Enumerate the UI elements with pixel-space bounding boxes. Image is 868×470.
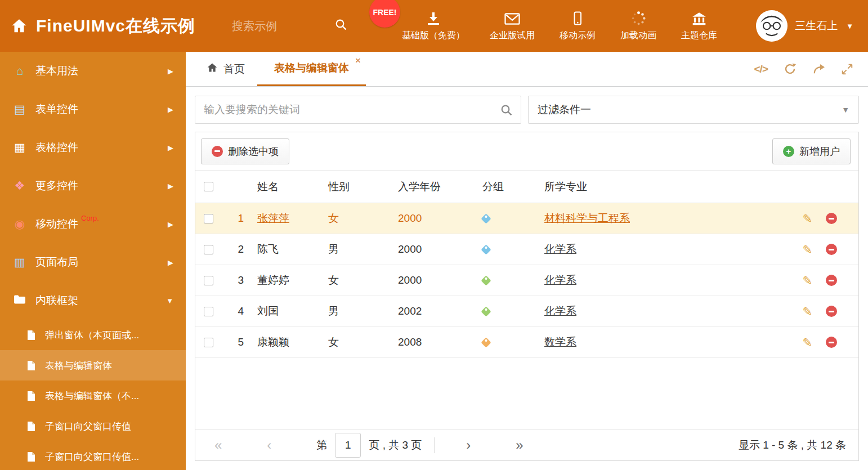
filter-dropdown-value: 过滤条件一: [538, 102, 591, 117]
gender-cell: 男: [323, 242, 392, 257]
app-window: FineUIMvc在线示例 搜索示例 FREE! 基础版（免费） 企业版试用: [0, 0, 868, 470]
sidebar-subitem-child-to-parent[interactable]: 子窗口向父窗口传值: [0, 411, 186, 441]
sidebar-subitem-grid-edit-window-2[interactable]: 表格与编辑窗体（不...: [0, 381, 186, 411]
mobile-icon: ◉: [11, 217, 28, 231]
row-checkbox[interactable]: [204, 214, 213, 223]
student-name: 刘国: [250, 304, 323, 319]
row-number: 2: [221, 243, 250, 256]
row-checkbox[interactable]: [204, 338, 213, 347]
nav-basic-free[interactable]: FREE! 基础版（免费）: [402, 10, 465, 42]
major-link[interactable]: 化学系: [544, 243, 576, 255]
row-number: 4: [221, 305, 250, 317]
sidebar-item-basic-usage[interactable]: ⌂ 基本用法 ▶: [0, 52, 186, 90]
edit-icon[interactable]: ✎: [802, 275, 812, 287]
major-link[interactable]: 数学系: [544, 336, 576, 348]
sidebar-item-more-controls[interactable]: ❖ 更多控件 ▶: [0, 167, 186, 205]
tag-icon: [481, 244, 491, 254]
fullscreen-icon[interactable]: [841, 63, 853, 75]
chevron-right-icon: ▶: [168, 182, 173, 190]
header-nav: FREE! 基础版（免费） 企业版试用 移动示例: [402, 10, 717, 42]
close-icon[interactable]: ×: [355, 56, 361, 65]
table-row[interactable]: 1 张萍萍 女 2000 材料科学与工程系 ✎: [195, 203, 858, 234]
brand[interactable]: FineUIMvc在线示例: [0, 15, 232, 38]
delete-icon[interactable]: [826, 337, 837, 348]
delete-icon[interactable]: [826, 306, 837, 317]
major-link[interactable]: 化学系: [544, 305, 576, 317]
pagination-bar: « ‹ 第 页 , 共 3 页 › » 显示 1 - 5 条 , 共 12 条: [195, 429, 858, 460]
nav-mobile-demo[interactable]: 移动示例: [560, 10, 596, 42]
col-header-name[interactable]: 姓名: [250, 180, 323, 194]
row-checkbox[interactable]: [204, 307, 213, 316]
edit-icon[interactable]: ✎: [802, 244, 812, 256]
edit-icon[interactable]: ✎: [802, 213, 812, 225]
plus-circle-icon: +: [783, 146, 794, 157]
col-header-group[interactable]: 分组: [471, 180, 534, 194]
keyword-search-input[interactable]: [195, 96, 521, 123]
col-header-year[interactable]: 入学年份: [392, 180, 471, 194]
sidebar-item-inline-frame[interactable]: 内联框架 ▼: [0, 281, 186, 320]
chevron-right-icon: ▶: [168, 258, 173, 267]
table-row[interactable]: 4 刘国 男 2002 化学系 ✎: [195, 296, 858, 327]
sidebar-item-page-layout[interactable]: ▥ 页面布局 ▶: [0, 243, 186, 281]
search-icon[interactable]: [500, 104, 513, 119]
header-search-placeholder: 搜索示例: [232, 19, 277, 34]
col-header-gender[interactable]: 性别: [323, 180, 392, 194]
page-number-input[interactable]: [335, 433, 361, 458]
chevron-down-icon: ▼: [846, 22, 853, 30]
tab-grid-edit-window[interactable]: 表格与编辑窗体 ×: [257, 52, 366, 86]
delete-selected-button[interactable]: 删除选中项: [201, 138, 289, 164]
delete-icon[interactable]: [826, 244, 837, 255]
add-user-button[interactable]: + 新增用户: [772, 138, 851, 164]
year-cell: 2008: [392, 336, 471, 348]
nav-theme-store[interactable]: 主题仓库: [681, 10, 717, 42]
prev-page-icon[interactable]: ‹: [267, 438, 271, 452]
sidebar-item-mobile-controls[interactable]: ◉ 移动控件 Corp. ▶: [0, 205, 186, 243]
row-checkbox[interactable]: [204, 276, 213, 285]
source-code-icon[interactable]: </>: [754, 63, 768, 75]
delete-icon[interactable]: [826, 275, 837, 286]
nav-label: 企业版试用: [490, 30, 535, 42]
delete-icon[interactable]: [826, 213, 837, 224]
row-checkbox[interactable]: [204, 245, 213, 254]
tab-home[interactable]: 首页: [194, 52, 257, 86]
table-row[interactable]: 5 康颖颖 女 2008 数学系 ✎: [195, 327, 858, 358]
row-number: 5: [221, 336, 250, 348]
tag-icon: [481, 213, 491, 223]
refresh-icon[interactable]: [784, 62, 797, 75]
top-header: FineUIMvc在线示例 搜索示例 FREE! 基础版（免费） 企业版试用: [0, 0, 868, 52]
tag-icon: [481, 306, 491, 316]
avatar: [756, 10, 788, 42]
student-name-link[interactable]: 张萍萍: [257, 212, 289, 224]
sidebar-subitem-child-to-parent-2[interactable]: 子窗口向父窗口传值...: [0, 441, 186, 470]
edit-icon[interactable]: ✎: [802, 306, 812, 317]
header-search[interactable]: 搜索示例: [232, 18, 348, 34]
home-icon: [10, 17, 28, 34]
sidebar-subitem-popup-window[interactable]: 弹出窗体（本页面或...: [0, 320, 186, 350]
student-name: 董婷婷: [250, 273, 323, 288]
sidebar-item-form-controls[interactable]: ▤ 表单控件 ▶: [0, 90, 186, 128]
edit-icon[interactable]: ✎: [802, 337, 812, 348]
table-row[interactable]: 2 陈飞 男 2000 化学系 ✎: [195, 234, 858, 265]
major-link[interactable]: 材料科学与工程系: [544, 212, 630, 224]
year-cell: 2000: [392, 274, 471, 287]
sidebar-subitem-grid-edit-window[interactable]: 表格与编辑窗体: [0, 350, 186, 381]
nav-enterprise-trial[interactable]: 企业版试用: [490, 10, 535, 42]
first-page-icon[interactable]: «: [214, 438, 222, 452]
last-page-icon[interactable]: »: [516, 438, 523, 452]
share-icon[interactable]: [812, 62, 825, 75]
student-name: 陈飞: [250, 242, 323, 257]
row-number: 3: [221, 274, 250, 287]
major-link[interactable]: 化学系: [544, 274, 576, 286]
filter-dropdown[interactable]: 过滤条件一 ▼: [528, 96, 859, 124]
year-cell: 2000: [392, 243, 471, 256]
sidebar-item-grid-controls[interactable]: ▦ 表格控件 ▶: [0, 128, 186, 167]
user-menu[interactable]: 三生石上 ▼: [756, 10, 868, 42]
record-summary: 显示 1 - 5 条 , 共 12 条: [739, 438, 846, 453]
chevron-down-icon: ▼: [166, 297, 173, 305]
next-page-icon[interactable]: ›: [466, 438, 471, 452]
select-all-checkbox[interactable]: [204, 182, 213, 191]
nav-loading-anim[interactable]: 加载动画: [620, 10, 656, 42]
table-row[interactable]: 3 董婷婷 女 2000 化学系 ✎: [195, 265, 858, 296]
grid-header-row: 姓名 性别 入学年份 分组 所学专业: [195, 171, 858, 203]
col-header-major[interactable]: 所学专业: [534, 180, 774, 194]
